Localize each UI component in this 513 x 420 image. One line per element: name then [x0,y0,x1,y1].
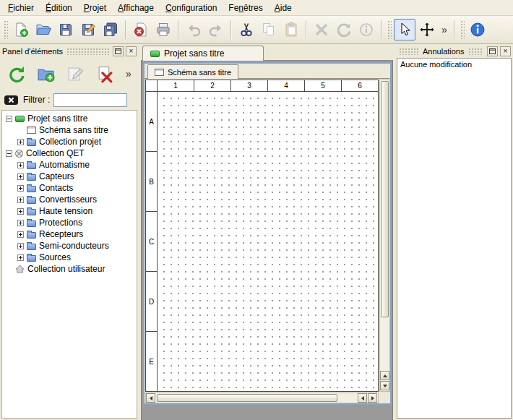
cut-button[interactable] [236,19,257,40]
save-button[interactable] [55,19,77,40]
panel-overflow-button[interactable]: » [123,64,134,83]
dock-drag-handle[interactable] [399,48,419,55]
scroll-up-button[interactable] [380,371,389,380]
scroll-right-button[interactable] [368,393,377,403]
tree-item-protections[interactable]: Protections [2,217,137,228]
project-icon [150,51,160,57]
menu-fichier[interactable]: Fichier [2,0,40,15]
save-as-button[interactable] [77,19,99,40]
tree-item-label: Haute tension [39,206,92,216]
horizontal-scrollbar-track[interactable] [338,393,358,403]
expand-expander-icon[interactable] [17,254,24,261]
dock-float-button[interactable] [113,46,124,56]
scroll-left-button[interactable] [146,393,155,403]
arrow-left-icon [150,396,152,400]
toolbar-overflow-button[interactable]: » [439,20,450,39]
menu-fenetres[interactable]: Fenêtres [223,0,268,15]
open-file-button[interactable] [33,19,54,40]
new-element-button[interactable] [34,62,57,85]
tree-item-collection-qet[interactable]: Collection QET [2,147,137,159]
delete-button[interactable] [311,19,332,40]
horizontal-scrollbar [145,393,379,403]
menu-affichage[interactable]: Affichage [112,0,160,15]
dock-close-button[interactable]: × [500,46,511,56]
tab-schema-sans-titre[interactable]: Schéma sans titre [147,64,238,79]
undo-button[interactable] [183,19,204,40]
pan-mode-button[interactable] [416,19,438,40]
close-icon: × [504,48,508,55]
menu-aide[interactable]: Aide [269,0,298,15]
tree-item-semi-conducteurs[interactable]: Semi-conducteurs [2,240,137,252]
dock-close-button[interactable]: × [126,46,137,56]
expand-expander-icon[interactable] [17,162,24,168]
collapse-expander-icon[interactable] [6,150,12,157]
scroll-down-button[interactable] [380,381,389,390]
vertical-scrollbar-track[interactable] [380,318,389,371]
close-file-button[interactable] [130,19,152,40]
delete-element-button[interactable] [93,62,116,85]
toolbar-drag-handle[interactable] [387,20,392,39]
paste-button[interactable] [280,19,302,40]
dock-drag-handle[interactable] [66,48,109,55]
tree-item-capteurs[interactable]: Capteurs [2,171,137,182]
folder-icon [27,209,36,215]
tree-item-automatisme[interactable]: Automatisme [2,159,137,171]
tree-item-collection-projet[interactable]: Collection projet [2,136,137,147]
tree-item-sources[interactable]: Sources [2,252,137,263]
tab-projet-sans-titre[interactable]: Projet sans titre [142,46,264,61]
new-file-button[interactable] [10,19,32,40]
elements-panel-toolbar: » [0,58,139,90]
selection-arrow-icon [397,22,413,38]
toolbar-drag-handle[interactable] [4,20,8,39]
horizontal-scrollbar-thumb[interactable] [157,394,337,402]
schema-canvas[interactable] [158,92,378,391]
schema-tab-bar: Schéma sans titre [145,64,390,79]
scroll-left-button[interactable] [358,393,367,403]
home-icon [15,265,25,273]
copy-button[interactable] [258,19,280,40]
about-qet-button[interactable] [467,19,488,40]
reload-collections-button[interactable] [4,62,27,85]
row-header: D [146,272,157,332]
float-icon [114,48,122,55]
tree-item-haute-tension[interactable]: Haute tension [2,205,137,217]
expand-expander-icon[interactable] [17,220,24,226]
tree-item-contacts[interactable]: Contacts [2,182,137,194]
print-button[interactable] [152,19,174,40]
column-headers: 1 2 3 4 5 6 [146,80,378,92]
dock-drag-handle[interactable] [468,48,484,55]
redo-button[interactable] [205,19,227,40]
menu-configuration[interactable]: Configuration [160,0,223,15]
toolbar-drag-handle[interactable] [460,20,465,39]
tree-item-recepteurs[interactable]: Récepteurs [2,228,137,240]
column-header: 1 [158,80,194,91]
filter-input[interactable] [53,93,127,107]
undo-history-list[interactable]: Aucune modification [397,58,512,419]
qelectrotech-window: Fichier Édition Projet Affichage Configu… [0,0,513,420]
selection-mode-button[interactable] [394,19,415,40]
expand-expander-icon[interactable] [17,185,24,192]
dock-float-button[interactable] [487,46,498,56]
tree-item-schema-sans-titre[interactable]: Schéma sans titre [2,124,137,136]
toolbar-separator [381,20,382,39]
collapse-expander-icon[interactable] [6,116,12,122]
rotate-button[interactable] [333,19,355,40]
expand-expander-icon[interactable] [17,173,24,180]
expand-expander-icon[interactable] [17,231,24,238]
expand-expander-icon[interactable] [17,197,24,203]
expand-expander-icon[interactable] [17,139,24,145]
expand-expander-icon[interactable] [17,208,24,215]
tree-item-collection-utilisateur[interactable]: Collection utilisateur [2,263,137,275]
row-header: A [146,92,157,152]
toolbar-separator [125,20,126,39]
menu-edition[interactable]: Édition [40,0,78,15]
vertical-scrollbar-thumb[interactable] [381,81,389,317]
save-all-button[interactable] [100,19,121,40]
tree-item-convertisseurs[interactable]: Convertisseurs [2,194,137,205]
tree-item-projet-sans-titre[interactable]: Projet sans titre [2,113,137,124]
expand-expander-icon[interactable] [17,243,24,249]
menu-projet[interactable]: Projet [78,0,112,15]
edit-element-button[interactable] [64,62,87,85]
element-info-button[interactable] [355,19,377,40]
clear-filter-button[interactable] [4,94,20,106]
